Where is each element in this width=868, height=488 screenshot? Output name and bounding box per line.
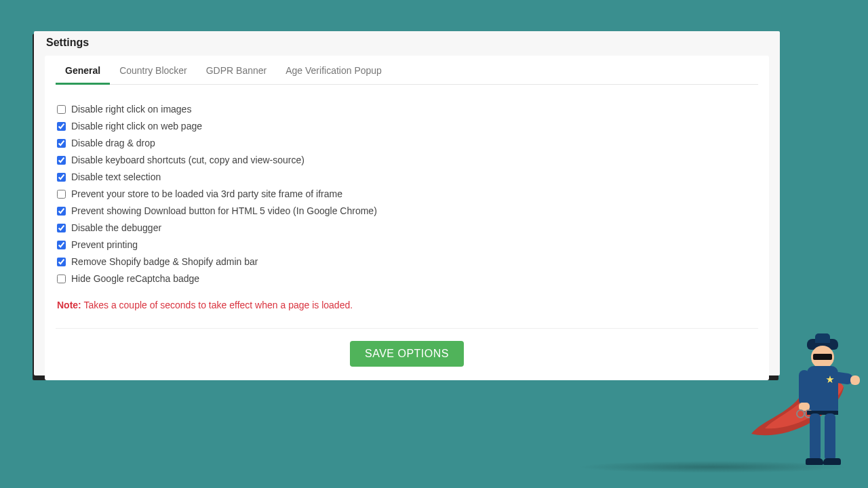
save-wrap: SAVE OPTIONS [56, 329, 758, 367]
page-title: Settings [34, 31, 780, 50]
tab-age-verification-popup[interactable]: Age Verification Popup [276, 56, 391, 84]
option-checkbox[interactable] [57, 224, 66, 232]
option-label: Hide Google reCaptcha badge [71, 272, 199, 286]
option-checkbox[interactable] [57, 274, 66, 283]
option-label: Prevent your store to be loaded via 3rd … [71, 187, 342, 201]
option-label: Disable right click on web page [71, 119, 202, 134]
character-shadow [576, 461, 848, 473]
note: Note: Takes a couple of seconds to take … [56, 293, 758, 313]
option-row[interactable]: Disable text selection [57, 169, 757, 186]
option-checkbox[interactable] [57, 241, 66, 249]
cape-illustration [747, 371, 856, 466]
option-label: Disable keyboard shortcuts (cut, copy an… [71, 153, 304, 167]
tab-bar: GeneralCountry BlockerGDPR BannerAge Ver… [56, 56, 758, 85]
option-label: Prevent showing Download button for HTML… [71, 204, 377, 218]
option-row[interactable]: Disable right click on web page [57, 118, 757, 135]
option-row[interactable]: Prevent your store to be loaded via 3rd … [57, 186, 757, 203]
option-row[interactable]: Disable keyboard shortcuts (cut, copy an… [57, 152, 757, 169]
option-label: Disable drag & drop [71, 136, 155, 150]
option-row[interactable]: Prevent printing [57, 237, 757, 253]
option-checkbox[interactable] [57, 190, 66, 199]
save-button[interactable]: SAVE OPTIONS [350, 341, 464, 367]
option-checkbox[interactable] [57, 207, 66, 216]
option-label: Disable right click on images [71, 102, 191, 117]
note-text: Takes a couple of seconds to take effect… [81, 300, 353, 310]
option-row[interactable]: Disable the debugger [57, 220, 757, 237]
option-row[interactable]: Remove Shopify badge & Shopify admin bar [57, 253, 757, 270]
option-checkbox[interactable] [57, 105, 66, 114]
option-checkbox[interactable] [57, 139, 66, 148]
option-row[interactable]: Disable right click on images [57, 101, 757, 118]
officer-illustration [791, 346, 859, 468]
settings-card: GeneralCountry BlockerGDPR BannerAge Ver… [45, 56, 769, 380]
option-row[interactable]: Prevent showing Download button for HTML… [57, 203, 757, 220]
settings-panel: Settings GeneralCountry BlockerGDPR Bann… [34, 31, 780, 375]
option-label: Remove Shopify badge & Shopify admin bar [71, 255, 258, 269]
option-label: Disable the debugger [71, 221, 161, 235]
option-label: Prevent printing [71, 238, 138, 252]
option-checkbox[interactable] [57, 156, 66, 165]
option-row[interactable]: Hide Google reCaptcha badge [57, 270, 757, 287]
option-checkbox[interactable] [57, 258, 66, 266]
option-label: Disable text selection [71, 170, 161, 184]
option-checkbox[interactable] [57, 122, 66, 131]
option-row[interactable]: Disable drag & drop [57, 135, 757, 152]
options-list: Disable right click on imagesDisable rig… [56, 85, 758, 293]
tab-general[interactable]: General [56, 56, 110, 84]
tab-gdpr-banner[interactable]: GDPR Banner [197, 56, 276, 84]
tab-country-blocker[interactable]: Country Blocker [110, 56, 197, 84]
note-label: Note: [57, 300, 81, 310]
option-checkbox[interactable] [57, 173, 66, 182]
